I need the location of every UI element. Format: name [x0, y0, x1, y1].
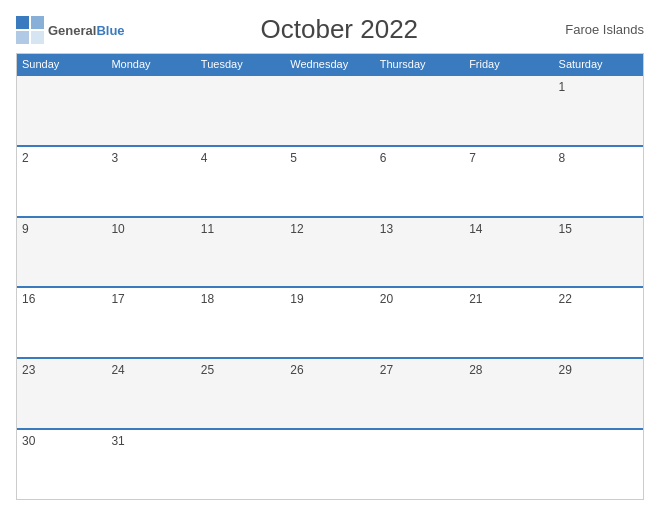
cell-number: 26 — [290, 363, 303, 377]
cal-cell-6-1: 30 — [17, 430, 106, 499]
cal-row-3: 9101112131415 — [17, 216, 643, 287]
cal-cell-3-3: 11 — [196, 218, 285, 287]
cal-cell-4-4: 19 — [285, 288, 374, 357]
cal-cell-1-6 — [464, 76, 553, 145]
logo-text: GeneralBlue — [48, 21, 125, 39]
day-wednesday: Wednesday — [285, 54, 374, 74]
cell-number: 14 — [469, 222, 482, 236]
cal-cell-6-7 — [554, 430, 643, 499]
cell-number: 31 — [111, 434, 124, 448]
day-saturday: Saturday — [554, 54, 643, 74]
cal-cell-4-2: 17 — [106, 288, 195, 357]
cal-cell-5-4: 26 — [285, 359, 374, 428]
cal-cell-1-5 — [375, 76, 464, 145]
cal-cell-2-5: 6 — [375, 147, 464, 216]
cal-row-1: 1 — [17, 74, 643, 145]
cal-cell-2-6: 7 — [464, 147, 553, 216]
cal-cell-1-4 — [285, 76, 374, 145]
cell-number: 21 — [469, 292, 482, 306]
cell-number: 2 — [22, 151, 29, 165]
cal-cell-3-5: 13 — [375, 218, 464, 287]
svg-rect-3 — [31, 31, 44, 44]
svg-rect-2 — [16, 31, 29, 44]
svg-rect-1 — [31, 16, 44, 29]
cell-number: 19 — [290, 292, 303, 306]
cal-cell-5-5: 27 — [375, 359, 464, 428]
cal-cell-6-4 — [285, 430, 374, 499]
cell-number: 24 — [111, 363, 124, 377]
cal-cell-2-3: 4 — [196, 147, 285, 216]
cal-cell-1-7: 1 — [554, 76, 643, 145]
cell-number: 29 — [559, 363, 572, 377]
svg-rect-0 — [16, 16, 29, 29]
day-sunday: Sunday — [17, 54, 106, 74]
day-monday: Monday — [106, 54, 195, 74]
logo-icon — [16, 16, 44, 44]
logo-general: General — [48, 23, 96, 38]
cell-number: 22 — [559, 292, 572, 306]
cal-cell-1-2 — [106, 76, 195, 145]
cell-number: 3 — [111, 151, 118, 165]
cell-number: 11 — [201, 222, 214, 236]
cal-row-4: 16171819202122 — [17, 286, 643, 357]
cal-cell-5-6: 28 — [464, 359, 553, 428]
header: GeneralBlue October 2022 Faroe Islands — [16, 14, 644, 45]
cal-row-2: 2345678 — [17, 145, 643, 216]
cal-cell-5-1: 23 — [17, 359, 106, 428]
cell-number: 30 — [22, 434, 35, 448]
cal-cell-6-6 — [464, 430, 553, 499]
cal-cell-3-7: 15 — [554, 218, 643, 287]
cell-number: 8 — [559, 151, 566, 165]
day-friday: Friday — [464, 54, 553, 74]
cal-cell-2-1: 2 — [17, 147, 106, 216]
cal-cell-5-7: 29 — [554, 359, 643, 428]
cell-number: 28 — [469, 363, 482, 377]
cell-number: 23 — [22, 363, 35, 377]
cal-cell-4-5: 20 — [375, 288, 464, 357]
logo: GeneralBlue — [16, 16, 125, 44]
cell-number: 17 — [111, 292, 124, 306]
cell-number: 18 — [201, 292, 214, 306]
calendar-title: October 2022 — [125, 14, 554, 45]
cal-grid: 1234567891011121314151617181920212223242… — [17, 74, 643, 499]
cell-number: 6 — [380, 151, 387, 165]
region-label: Faroe Islands — [554, 22, 644, 37]
day-tuesday: Tuesday — [196, 54, 285, 74]
cal-cell-2-7: 8 — [554, 147, 643, 216]
cell-number: 1 — [559, 80, 566, 94]
cell-number: 10 — [111, 222, 124, 236]
page: GeneralBlue October 2022 Faroe Islands S… — [0, 0, 660, 510]
cal-cell-3-4: 12 — [285, 218, 374, 287]
cell-number: 15 — [559, 222, 572, 236]
cell-number: 27 — [380, 363, 393, 377]
cal-cell-1-3 — [196, 76, 285, 145]
day-thursday: Thursday — [375, 54, 464, 74]
cal-row-6: 3031 — [17, 428, 643, 499]
cal-cell-5-3: 25 — [196, 359, 285, 428]
cell-number: 4 — [201, 151, 208, 165]
cal-cell-4-7: 22 — [554, 288, 643, 357]
cal-cell-3-2: 10 — [106, 218, 195, 287]
cal-cell-2-4: 5 — [285, 147, 374, 216]
cell-number: 5 — [290, 151, 297, 165]
logo-blue: Blue — [96, 23, 124, 38]
cal-cell-6-3 — [196, 430, 285, 499]
cell-number: 20 — [380, 292, 393, 306]
cal-cell-5-2: 24 — [106, 359, 195, 428]
cal-cell-2-2: 3 — [106, 147, 195, 216]
cal-cell-1-1 — [17, 76, 106, 145]
cal-cell-4-6: 21 — [464, 288, 553, 357]
cal-row-5: 23242526272829 — [17, 357, 643, 428]
cell-number: 16 — [22, 292, 35, 306]
cal-cell-6-2: 31 — [106, 430, 195, 499]
cal-cell-3-6: 14 — [464, 218, 553, 287]
cell-number: 7 — [469, 151, 476, 165]
cal-cell-3-1: 9 — [17, 218, 106, 287]
cell-number: 12 — [290, 222, 303, 236]
cell-number: 9 — [22, 222, 29, 236]
day-headers: Sunday Monday Tuesday Wednesday Thursday… — [17, 54, 643, 74]
cal-cell-6-5 — [375, 430, 464, 499]
cell-number: 13 — [380, 222, 393, 236]
calendar: Sunday Monday Tuesday Wednesday Thursday… — [16, 53, 644, 500]
cell-number: 25 — [201, 363, 214, 377]
